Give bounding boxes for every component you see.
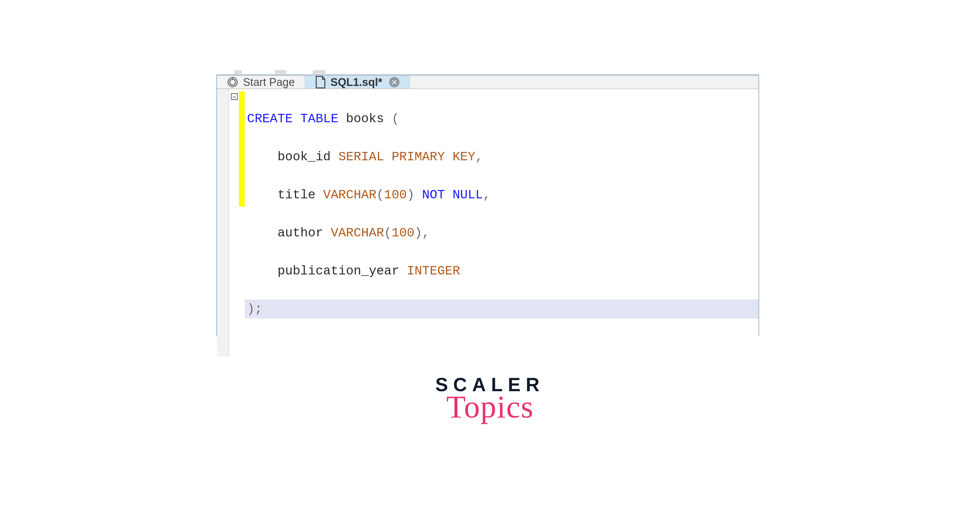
code-line: book_id SERIAL PRIMARY KEY, — [245, 147, 758, 166]
code-area[interactable]: CREATE TABLE books ( book_id SERIAL PRIM… — [245, 89, 758, 357]
breakpoint-gutter[interactable] — [217, 89, 229, 357]
code-line: title VARCHAR(100) NOT NULL, — [245, 185, 758, 204]
tab-label: Start Page — [243, 76, 295, 89]
code-editor[interactable]: CREATE TABLE books ( book_id SERIAL PRIM… — [217, 89, 758, 357]
code-line: publication_year INTEGER — [245, 261, 758, 280]
toolbar-icon-stub — [275, 70, 286, 74]
toolbar-icon-stub — [234, 70, 242, 74]
sql-file-icon — [315, 76, 326, 89]
tab-start-page[interactable]: Start Page — [217, 76, 305, 89]
close-icon[interactable] — [389, 77, 399, 87]
toolbar-icon-stub — [313, 70, 325, 74]
tab-sql-file[interactable]: SQL1.sql* — [305, 76, 410, 89]
editor-window: Start Page SQL1.sql* CREATE TABLE books … — [216, 75, 759, 336]
marker-gutter[interactable] — [229, 89, 245, 357]
code-line-active: ); — [245, 299, 758, 318]
code-line: CREATE TABLE books ( — [245, 109, 758, 128]
toolbar-cropped — [217, 75, 758, 76]
compass-icon — [227, 76, 239, 88]
tab-label: SQL1.sql* — [331, 76, 382, 89]
change-marker — [239, 91, 245, 207]
fold-toggle-icon[interactable] — [231, 93, 238, 100]
code-line: author VARCHAR(100), — [245, 223, 758, 242]
svg-point-1 — [230, 79, 235, 85]
scaler-topics-logo: SCALER Topics — [426, 374, 554, 425]
tab-bar: Start Page SQL1.sql* — [217, 76, 758, 89]
